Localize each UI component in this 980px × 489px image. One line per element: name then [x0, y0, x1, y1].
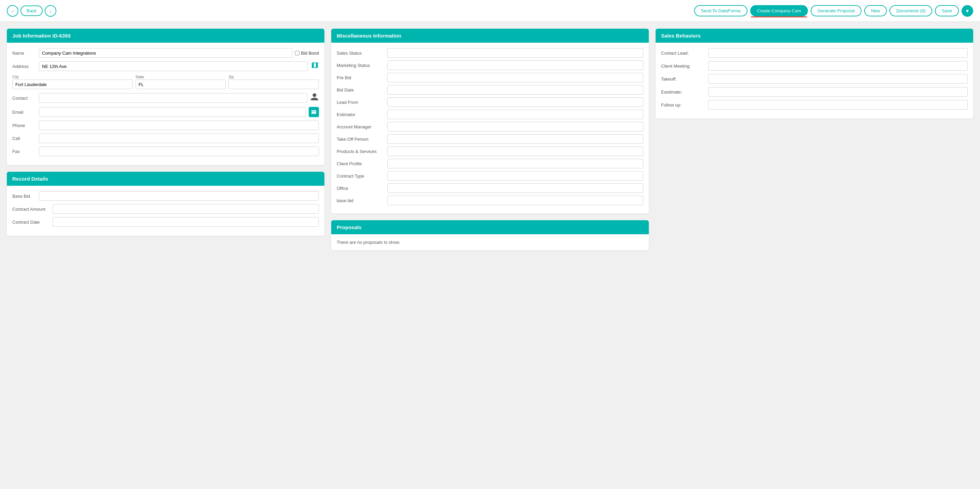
misc-bid-date-row: Bid Date — [337, 85, 643, 95]
address-input[interactable] — [39, 62, 308, 71]
create-company-cam-button[interactable]: Create Company Cam — [750, 5, 808, 16]
col-right: Sales Behaviors Contact Lead: Client Mee… — [655, 29, 973, 250]
city-wrap: City — [12, 75, 133, 89]
sb-eastimate-label: Eastimate: — [661, 89, 705, 95]
misc-pre-bid-input[interactable] — [387, 73, 643, 82]
misc-account-manager-label: Account Manager — [337, 124, 385, 129]
city-state-zip-wrapper: City State Zip — [12, 75, 319, 89]
columns-wrapper: Job Information ID-6393 Name Bid Bond Ad… — [0, 22, 980, 257]
fax-input[interactable] — [39, 147, 319, 156]
sales-behaviors-header: Sales Behaviors — [655, 29, 973, 43]
sb-takeoff-row: Takeoff: — [661, 74, 968, 84]
name-input[interactable] — [39, 48, 292, 58]
contact-input[interactable] — [39, 93, 307, 103]
email-icon-button[interactable] — [309, 107, 319, 117]
email-input[interactable] — [39, 107, 306, 117]
state-input[interactable] — [135, 80, 226, 89]
misc-client-profile-input[interactable] — [387, 159, 643, 168]
misc-office-row: Office — [337, 183, 643, 193]
misc-lead-from-row: Lead From — [337, 97, 643, 107]
misc-sales-status-input[interactable] — [387, 48, 643, 58]
misc-base-bid-row: base bid — [337, 196, 643, 205]
name-row: Name Bid Bond — [12, 48, 319, 58]
chevron-down-icon: ▼ — [965, 8, 970, 14]
sb-eastimate-row: Eastimate: — [661, 87, 968, 97]
dropdown-button[interactable]: ▼ — [962, 5, 973, 17]
job-information-panel: Job Information ID-6393 Name Bid Bond Ad… — [7, 29, 325, 165]
top-bar: ‹ Back › Send To DataForma Create Compan… — [0, 0, 980, 22]
misc-office-input[interactable] — [387, 183, 643, 193]
bid-bond-checkbox[interactable] — [295, 51, 299, 55]
contract-date-input[interactable] — [52, 217, 319, 227]
state-label: State — [135, 75, 226, 79]
back-button[interactable]: Back — [21, 5, 43, 16]
sb-contact-lead-label: Contact Lead: — [661, 51, 705, 56]
misc-contract-type-row: Contract Type — [337, 171, 643, 181]
misc-bid-date-input[interactable] — [387, 85, 643, 95]
sb-client-meeting-row: Client Meeting: — [661, 61, 968, 71]
misc-takeoff-person-row: Take Off Person — [337, 134, 643, 144]
misc-takeoff-person-input[interactable] — [387, 134, 643, 144]
misc-info-panel: Miscellaneous Information Sales Status M… — [331, 29, 649, 213]
contract-amount-label: Contract Amount — [12, 207, 50, 212]
bid-bond-wrap: Bid Bond — [295, 51, 319, 56]
phone-row: Phone — [12, 121, 319, 130]
proposals-header: Proposals — [331, 220, 649, 234]
contact-person-icon[interactable] — [310, 92, 319, 104]
contract-date-row: Contract Date — [12, 217, 319, 227]
prev-button[interactable]: ‹ — [7, 5, 18, 17]
misc-estimator-input[interactable] — [387, 110, 643, 119]
misc-estimator-label: Estimator — [337, 112, 385, 117]
sb-contact-lead-input[interactable] — [708, 48, 968, 58]
sb-takeoff-input[interactable] — [708, 74, 968, 84]
state-wrap: State — [135, 75, 226, 89]
misc-pre-bid-row: Pre Bid — [337, 73, 643, 82]
misc-contract-type-input[interactable] — [387, 171, 643, 181]
sb-followup-label: Follow up: — [661, 102, 705, 108]
new-button[interactable]: New — [864, 5, 887, 16]
misc-lead-from-label: Lead From — [337, 100, 385, 105]
misc-marketing-status-input[interactable] — [387, 61, 643, 70]
sb-followup-input[interactable] — [708, 100, 968, 110]
misc-sales-status-row: Sales Status — [337, 48, 643, 58]
proposals-panel: Proposals There are no proposals to show… — [331, 220, 649, 250]
contract-date-label: Contract Date — [12, 220, 50, 225]
misc-account-manager-input[interactable] — [387, 122, 643, 131]
base-bid-label: Base Bid — [12, 194, 36, 199]
fax-label: Fax — [12, 149, 36, 154]
sb-client-meeting-input[interactable] — [708, 61, 968, 71]
sb-client-meeting-label: Client Meeting: — [661, 64, 705, 68]
save-button[interactable]: Save — [935, 5, 959, 16]
contract-amount-row: Contract Amount — [12, 204, 319, 214]
zip-label: Zip — [228, 75, 319, 79]
misc-lead-from-input[interactable] — [387, 97, 643, 107]
city-input[interactable] — [12, 80, 133, 89]
generate-proposal-button[interactable]: Generate Proposal — [811, 5, 862, 16]
misc-marketing-status-label: Marketing Status — [337, 63, 385, 68]
documents-button[interactable]: Documents (0) — [889, 5, 932, 16]
misc-base-bid-input[interactable] — [387, 196, 643, 205]
bid-bond-label: Bid Bond — [301, 51, 319, 56]
zip-input[interactable] — [228, 80, 319, 89]
email-label: Email — [12, 110, 36, 115]
name-label: Name — [12, 51, 36, 56]
phone-input[interactable] — [39, 121, 319, 130]
next-button[interactable]: › — [45, 5, 56, 17]
contact-row: Contact — [12, 92, 319, 104]
sb-takeoff-label: Takeoff: — [661, 76, 705, 81]
misc-bid-date-label: Bid Date — [337, 88, 385, 92]
send-to-dataforma-button[interactable]: Send To DataForma — [694, 5, 748, 16]
job-information-header: Job Information ID-6393 — [7, 29, 325, 43]
misc-takeoff-person-label: Take Off Person — [337, 137, 385, 142]
misc-office-label: Office — [337, 186, 385, 191]
map-icon[interactable] — [311, 61, 319, 72]
base-bid-input[interactable] — [39, 191, 319, 201]
contract-amount-input[interactable] — [52, 204, 319, 214]
address-row: Address — [12, 61, 319, 72]
sb-eastimate-input[interactable] — [708, 87, 968, 97]
address-label: Address — [12, 64, 36, 69]
misc-products-services-input[interactable] — [387, 147, 643, 156]
cell-input[interactable] — [39, 134, 319, 143]
sb-followup-row: Follow up: — [661, 100, 968, 110]
toolbar-buttons: Send To DataForma Create Company Cam Gen… — [694, 5, 973, 17]
